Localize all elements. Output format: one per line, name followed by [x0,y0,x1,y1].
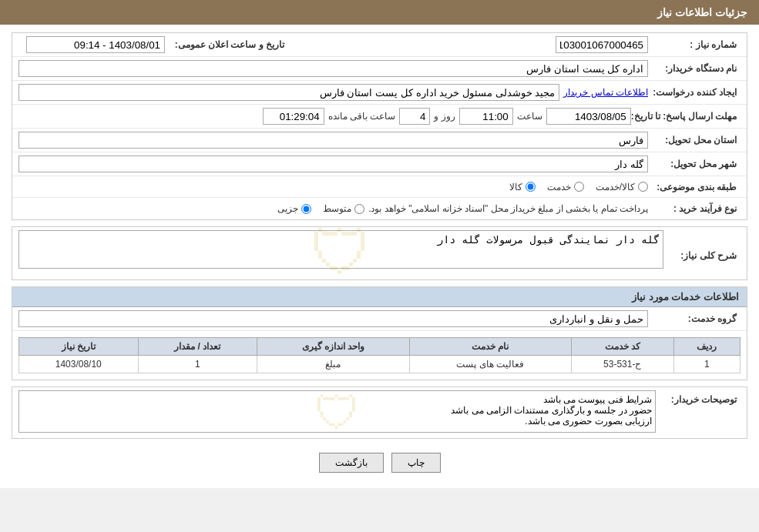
need-number-label: شماره نیاز : [648,39,741,50]
need-desc-value-cell: 🛡 [18,230,663,276]
purchase-type-value-cell: پرداخت تمام یا بخشی از مبلغ خریداز محل "… [18,203,648,214]
creator-value-cell: اطلاعات تماس خریدار [18,84,648,101]
service-group-input[interactable] [18,310,648,327]
services-section: اطلاعات خدمات مورد نیاز گروه خدمت: ردیف … [12,286,747,380]
cell-service-code: ح-531-53 [571,356,673,373]
service-group-label: گروه خدمت: [648,313,741,324]
category-label: طبقه بندی موضوعی: [648,182,741,192]
cell-quantity: 1 [138,356,257,373]
buyer-desc-label: توصیحات خریدار: [656,390,741,405]
city-value-cell [18,156,648,172]
row-service-group: گروه خدمت: [12,307,747,331]
row-need-number: شماره نیاز : تاریخ و ساعت اعلان عمومی: [12,33,747,57]
cell-unit: مبلغ [257,356,409,373]
radio-kala-label: کالا [509,182,522,192]
row-province: استان محل تحویل: [12,129,747,152]
buyer-org-input[interactable] [18,60,648,77]
radio-khadamat-label: خدمت [547,182,571,192]
response-remain-input[interactable] [263,108,324,125]
response-deadline-label: مهلت ارسال پاسخ: تا تاریخ: [631,111,741,122]
main-info-section: شماره نیاز : تاریخ و ساعت اعلان عمومی: ن… [12,32,747,220]
need-desc-label: شرح کلی نیاز: [663,246,741,261]
row-buyer-org: نام دستگاه خریدار: [12,57,747,81]
announce-date-input[interactable] [26,36,165,53]
response-time-label: ساعت [517,111,542,122]
page-wrapper: جزئیات اطلاعات نیاز شماره نیاز : تاریخ و… [0,0,759,488]
col-unit: واحد اندازه گیری [257,338,409,356]
province-label: استان محل تحویل: [648,135,741,146]
row-need-desc: شرح کلی نیاز: 🛡 [12,227,747,279]
radio-jozi: جزیی [277,203,311,214]
col-quantity: تعداد / مقدار [138,338,257,356]
response-days-label: روز و [434,111,455,122]
need-number-value-cell [288,36,648,53]
city-label: شهر محل تحویل: [648,159,741,169]
response-remain-label: ساعت باقی مانده [328,111,396,122]
row-purchase-type: نوع فرآیند خرید : پرداخت تمام یا بخشی از… [12,198,747,219]
creator-input[interactable] [18,84,559,101]
need-desc-textarea[interactable] [18,230,663,269]
services-table: ردیف کد خدمت نام خدمت واحد اندازه گیری ت… [18,337,741,373]
need-description-section: شرح کلی نیاز: 🛡 [12,226,747,280]
radio-motevaset: متوسط [323,203,364,214]
radio-motevaset-label: متوسط [323,203,351,214]
radio-kala-khadamat-input[interactable] [638,182,648,192]
response-date-input[interactable] [546,108,631,125]
province-value-cell [18,132,648,149]
cell-row-num: 1 [673,356,740,373]
row-city: شهر محل تحویل: [12,152,747,176]
table-row: 1 ح-531-53 فعالیت های پست مبلغ 1 1403/08… [19,356,741,373]
radio-khadamat: خدمت [547,182,584,192]
radio-khadamat-input[interactable] [574,182,584,192]
radio-kala: کالا [509,182,536,192]
row-creator: ایجاد کننده درخواست: اطلاعات تماس خریدار [12,81,747,105]
col-date: تاریخ نیاز [19,338,139,356]
page-title: جزئیات اطلاعات نیاز [657,6,747,18]
print-button[interactable]: چاپ [391,453,441,473]
province-input[interactable] [18,132,648,149]
response-days-input[interactable] [399,108,430,125]
radio-motevaset-input[interactable] [354,204,364,214]
radio-kala-khadamat: کالا/خدمت [596,182,648,192]
response-time-input[interactable] [459,108,513,125]
col-service-code: کد خدمت [571,338,673,356]
buyer-desc-value-cell: 🛡 شرایط فنی پیوست می باشد حضور در جلسه و… [18,390,656,435]
radio-jozi-input[interactable] [301,204,311,214]
contact-link[interactable]: اطلاعات تماس خریدار [563,87,648,98]
service-group-value-cell [18,310,648,327]
buyer-org-label: نام دستگاه خریدار: [648,63,741,74]
purchase-type-label: نوع فرآیند خرید : [648,203,741,214]
col-service-name: نام خدمت [409,338,571,356]
col-row-num: ردیف [673,338,740,356]
services-title: اطلاعات خدمات مورد نیاز [12,287,747,307]
purchase-type-radio-group: متوسط جزیی [277,203,364,214]
radio-kala-input[interactable] [526,182,536,192]
cell-date: 1403/08/10 [19,356,139,373]
creator-label: ایجاد کننده درخواست: [648,87,741,98]
buyer-org-value-cell [18,60,648,77]
buyer-desc-textarea[interactable]: شرایط فنی پیوست می باشد حضور در جلسه و ب… [18,390,656,433]
row-category: طبقه بندی موضوعی: کالا/خدمت خدمت [12,176,747,198]
city-input[interactable] [18,156,648,172]
cell-service-name: فعالیت های پست [409,356,571,373]
services-table-wrapper: ردیف کد خدمت نام خدمت واحد اندازه گیری ت… [12,331,747,380]
radio-jozi-label: جزیی [277,203,298,214]
radio-kala-khadamat-label: کالا/خدمت [596,182,635,192]
response-deadline-value-cell: ساعت روز و ساعت باقی مانده [18,108,631,125]
row-response-deadline: مهلت ارسال پاسخ: تا تاریخ: ساعت روز و سا… [12,105,747,129]
header-bar: جزئیات اطلاعات نیاز [0,0,759,25]
back-button[interactable]: بازگشت [319,453,384,473]
button-row: چاپ بازگشت [12,445,747,480]
category-value-cell: کالا/خدمت خدمت کالا [18,182,648,192]
announce-date-label: تاریخ و ساعت اعلان عمومی: [165,39,288,50]
row-buyer-desc: توصیحات خریدار: 🛡 شرایط فنی پیوست می باش… [12,387,747,438]
content-area: شماره نیاز : تاریخ و ساعت اعلان عمومی: ن… [0,25,759,488]
need-number-input[interactable] [556,36,648,53]
purchase-type-desc: پرداخت تمام یا بخشی از مبلغ خریداز محل "… [368,203,648,214]
category-radio-group: کالا/خدمت خدمت کالا [18,182,648,192]
buyer-desc-section: توصیحات خریدار: 🛡 شرایط فنی پیوست می باش… [12,386,747,439]
